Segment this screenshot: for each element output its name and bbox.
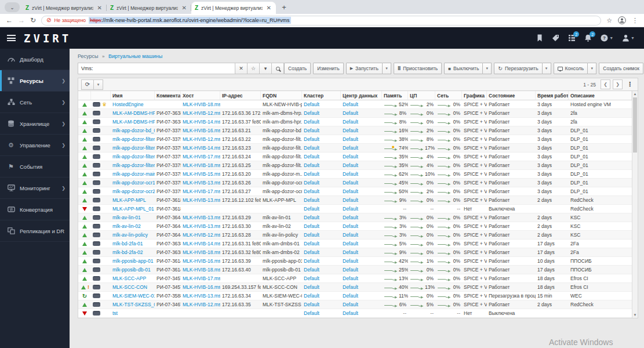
vm-cluster-link[interactable]: Default (304, 284, 319, 290)
column-header-ip[interactable]: IP-адрес (220, 91, 261, 100)
vm-row[interactable]: mlk-app-dozor-mainРИ-07-3375MLK-HVIB-15.… (78, 170, 632, 179)
vm-datacenter-link[interactable]: Default (343, 258, 358, 264)
vm-host-link[interactable]: MLK-HVIB-17.msk.ae (183, 188, 220, 194)
action-button[interactable]: Изменить (313, 63, 343, 74)
vm-cluster-link[interactable]: Default (304, 180, 319, 186)
vm-datacenter-link[interactable]: Default (343, 119, 358, 125)
action-button[interactable]: Консоль (554, 63, 588, 74)
action-button[interactable]: ⅡПриостановить (394, 63, 442, 74)
vm-row[interactable]: ♛HostedEngineMLK-HVIB-18.msk.aeMLK-NEW-H… (78, 100, 632, 109)
vm-cluster-link[interactable]: Default (304, 302, 319, 307)
vm-cluster-link[interactable]: Default (304, 232, 319, 238)
vm-name-link[interactable]: MLK-AM-DBMS-HPR- (112, 119, 155, 125)
bookmark-star-icon[interactable]: ☆ (606, 17, 612, 24)
vm-row[interactable]: mlk-av-lin-02РИ-07-3644MLK-HVIB-13.msk.a… (78, 222, 632, 231)
bookmark-icon[interactable] (536, 34, 543, 42)
tab-search-button[interactable]: ⌄ (5, 2, 20, 12)
browser-tab-3[interactable]: ZzVirt | Менеджер виртуализа...✕ (191, 2, 276, 14)
vm-host-link[interactable]: MLK-HVIB-13.msk.ae (183, 180, 220, 186)
browser-profile-icon[interactable] (618, 16, 626, 24)
vm-cluster-link[interactable]: Default (304, 119, 319, 125)
vm-name-link[interactable]: mlk-av-lin-02 (112, 223, 141, 229)
browser-tab-1[interactable]: ZzVirt | Менеджер виртуализа...✕ (22, 2, 107, 14)
vm-cluster-link[interactable]: Default (304, 128, 319, 133)
vm-name-link[interactable]: mlk-app-dozor-main (112, 171, 155, 177)
vm-row[interactable]: MLK-SCC-APPРИ-07-3457MLK-HVIB-17.msk.aeM… (78, 274, 632, 283)
vm-cluster-link[interactable]: Default (304, 188, 319, 194)
vm-cluster-link[interactable]: Default (304, 249, 319, 255)
vm-datacenter-link[interactable]: Default (343, 302, 358, 307)
tasks-icon[interactable]: 2 (568, 34, 576, 42)
vm-host-link[interactable]: MLK-HVIB-12.msk.ae (183, 232, 220, 238)
vm-cluster-link[interactable]: Default (304, 110, 319, 116)
action-button[interactable]: ↻Перезагрузить (494, 63, 542, 74)
grid-kebab-icon[interactable]: ⋮ (625, 81, 635, 88)
vm-datacenter-link[interactable]: Default (343, 162, 358, 168)
vm-host-link[interactable]: MLK-HVIB-15.msk.ae (183, 171, 220, 177)
sidebar-item-gear[interactable]: ⚙Управление❯ (0, 135, 70, 156)
column-header-datacenter[interactable]: Центр данных (341, 91, 382, 100)
column-header-cluster[interactable]: Кластер (302, 91, 341, 100)
sidebar-item-network[interactable]: Сеть❯ (0, 92, 70, 113)
vm-name-link[interactable]: mlk-pposib-app-01 (112, 258, 153, 264)
action-button[interactable]: ■Выключить (444, 63, 483, 74)
vm-datacenter-link[interactable]: Default (343, 293, 358, 299)
vm-row[interactable]: mlk-av-lin-policyРИ-07-3644MLK-HVIB-12.m… (78, 231, 632, 240)
sidebar-item-storage[interactable]: Хранилище❯ (0, 113, 70, 135)
vm-name-link[interactable]: mlk-app-dozor-ocr2_ (112, 188, 155, 194)
column-header-cpu[interactable]: ЦП (408, 91, 435, 100)
vm-host-link[interactable]: MLK-HVIB-16.msk.ae (183, 258, 220, 264)
vm-name-link[interactable]: mlk-app-dozor-filter4 (112, 162, 155, 168)
column-header-description[interactable]: Описание (569, 91, 632, 100)
sidebar-item-replication[interactable]: Репликация и DR (0, 220, 70, 242)
vm-row[interactable]: mlk-pposib-app-01РИ-07-3614MLK-HVIB-16.m… (78, 257, 632, 266)
hamburger-menu-icon[interactable] (7, 35, 16, 41)
column-header-name[interactable]: Имя (111, 91, 155, 100)
vm-name-link[interactable]: mlk-app-dozor-bd_0 (112, 128, 155, 133)
scrollbar-thumb[interactable] (633, 97, 637, 153)
vm-name-link[interactable]: mlk-bd-2fa-01 (112, 241, 143, 246)
vm-name-link[interactable]: MLK-TST-SKZSS_01 (112, 302, 155, 307)
column-header-uptime[interactable]: Время работы (536, 91, 569, 100)
refresh-dropdown-button[interactable]: ▾ (94, 79, 103, 90)
vm-datacenter-link[interactable]: Default (343, 136, 358, 142)
vm-host-link[interactable]: MLK-HVIB-13.msk.ae (183, 293, 220, 299)
vm-row[interactable]: mlk-app-dozor-bd_0РИ-07-3375MLK-HVIB-16.… (78, 126, 632, 135)
vm-cluster-link[interactable]: Default (304, 162, 319, 168)
sidebar-item-cubes[interactable]: Ресурсы❯ (0, 70, 70, 92)
action-caret-button[interactable]: ▾ (543, 63, 551, 74)
column-header-net[interactable]: Сеть (435, 91, 462, 100)
vm-datacenter-link[interactable]: Default (343, 110, 358, 116)
user-menu-icon[interactable]: ▼ (622, 34, 635, 42)
sidebar-item-convert[interactable]: Конвертация (0, 199, 70, 220)
vm-cluster-link[interactable]: Default (304, 154, 319, 160)
vm-datacenter-link[interactable]: Default (343, 241, 358, 246)
vm-name-link[interactable]: tst (112, 310, 118, 316)
table-scrollbar[interactable]: ▲ ▼ (632, 91, 638, 318)
vm-name-link[interactable]: MLK-APP-MPL (112, 197, 146, 203)
prev-page-button[interactable]: ❮ (601, 79, 610, 89)
vm-host-link[interactable]: MLK-HVIB-12.msk.ae (183, 302, 220, 307)
search-clear-button[interactable]: ✕ (235, 63, 248, 74)
vm-host-link[interactable]: MLK-HVIB-17.msk.ae (183, 154, 220, 160)
vm-host-link[interactable]: MLK-HVIB-12.msk.ae (183, 110, 220, 116)
vm-row[interactable]: mlk-bd-2fa-01РИ-07-3638MLK-HVIB-14.msk.a… (78, 240, 632, 248)
vm-name-link[interactable]: mlk-bd-2fa-02 (112, 249, 143, 255)
vm-row[interactable]: mlk-app-dozor-filter2РИ-07-3375MLK-HVIB-… (78, 144, 632, 153)
vm-row[interactable]: tstDefaultDefault------НетВыключена (78, 309, 632, 318)
vm-datacenter-link[interactable]: Default (343, 206, 358, 212)
vm-host-link[interactable]: MLK-HVIB-14.msk.ae (183, 145, 220, 151)
vm-datacenter-link[interactable]: Default (343, 276, 358, 281)
vm-datacenter-link[interactable]: Default (343, 180, 358, 186)
vm-cluster-link[interactable]: Default (304, 293, 319, 299)
forward-icon[interactable]: → (18, 17, 25, 24)
vm-datacenter-link[interactable]: Default (343, 188, 358, 194)
reload-icon[interactable]: ↻ (30, 17, 36, 24)
vm-name-link[interactable]: mlk-app-dozor-filter2 (112, 145, 155, 151)
action-caret-button[interactable]: ▾ (483, 63, 492, 74)
alerts-bell-icon[interactable]: 2 (584, 34, 592, 42)
vm-host-link[interactable]: MLK-HVIB-13.msk.ae (183, 215, 220, 220)
back-icon[interactable]: ← (6, 17, 13, 24)
vm-name-link[interactable]: MLK-SCC-APP (112, 276, 146, 281)
vm-row[interactable]: mlk-bd-2fa-02РИ-07-3638MLK-HVIB-18.msk.a… (78, 248, 632, 257)
